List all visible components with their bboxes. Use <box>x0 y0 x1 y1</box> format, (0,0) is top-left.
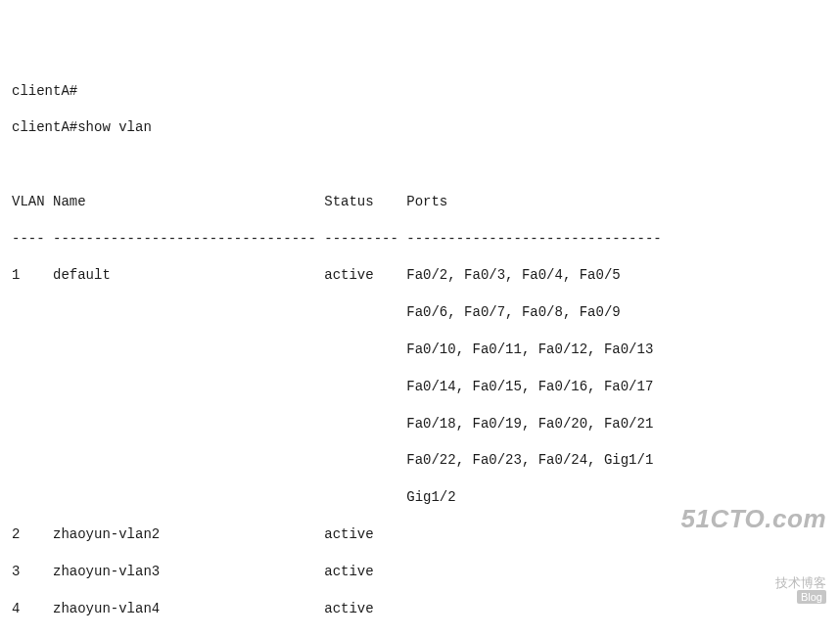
vlan-row: Fa0/6, Fa0/7, Fa0/8, Fa0/9 <box>12 303 828 322</box>
vlan-row: 4 zhaoyun-vlan4 active <box>12 600 828 618</box>
terminal-command: clientA#show vlan <box>12 118 828 137</box>
vlan-row: Fa0/22, Fa0/23, Fa0/24, Gig1/1 <box>12 451 828 470</box>
vlan-table-header: VLAN Name Status Ports <box>12 193 828 211</box>
terminal-prompt: clientA# <box>12 82 828 101</box>
vlan-table-divider: ---- -------------------------------- --… <box>12 230 828 249</box>
vlan-row: 1 default active Fa0/2, Fa0/3, Fa0/4, Fa… <box>12 266 828 285</box>
blank-line <box>12 156 828 174</box>
vlan-row: 3 zhaoyun-vlan3 active <box>12 563 828 581</box>
vlan-row: Fa0/10, Fa0/11, Fa0/12, Fa0/13 <box>12 341 828 359</box>
vlan-row: 2 zhaoyun-vlan2 active <box>12 525 828 544</box>
vlan-row: Gig1/2 <box>12 488 828 507</box>
vlan-row: Fa0/14, Fa0/15, Fa0/16, Fa0/17 <box>12 378 828 396</box>
vlan-row: Fa0/18, Fa0/19, Fa0/20, Fa0/21 <box>12 415 828 433</box>
